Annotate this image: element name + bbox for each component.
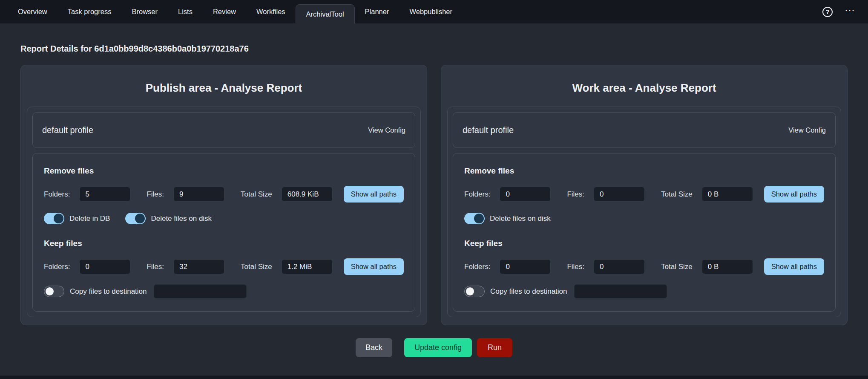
- copy-destination-input[interactable]: [574, 284, 667, 298]
- copy-destination-row: Copy files to destination: [44, 284, 404, 298]
- publish-panel-title: Publish area - Analyse Report: [27, 81, 421, 95]
- folders-label: Folders:: [464, 263, 490, 271]
- remove-files-heading: Remove files: [464, 166, 824, 176]
- delete-files-on-disk-toggle[interactable]: [464, 213, 485, 224]
- help-icon[interactable]: ?: [822, 7, 833, 17]
- files-label: Files:: [567, 190, 584, 199]
- footer-actions: Back Update config Run: [20, 338, 848, 357]
- publish-panel-body: default profile View Config Remove files…: [27, 107, 421, 317]
- update-config-button[interactable]: Update config: [404, 338, 472, 357]
- profile-name: default profile: [42, 125, 93, 135]
- keep-files-input[interactable]: [594, 259, 645, 274]
- publish-area-panel: Publish area - Analyse Report default pr…: [20, 65, 427, 325]
- copy-files-toggle[interactable]: [464, 286, 485, 297]
- tab-workfiles[interactable]: Workfiles: [246, 0, 296, 23]
- keep-files-row: Folders: Files: Total Size Show all path…: [44, 258, 404, 275]
- remove-total-size-input[interactable]: [282, 187, 333, 202]
- remove-files-input[interactable]: [594, 187, 645, 202]
- remove-toggles-row: Delete files on disk: [464, 213, 824, 224]
- remove-files-input[interactable]: [173, 187, 224, 202]
- total-size-label: Total Size: [241, 263, 272, 271]
- profile-card: default profile View Config: [32, 112, 415, 148]
- tab-browser[interactable]: Browser: [121, 0, 168, 23]
- copy-destination-row: Copy files to destination: [464, 284, 824, 298]
- remove-files-row: Folders: Files: Total Size Show all path…: [44, 186, 404, 203]
- keep-folders-input[interactable]: [79, 259, 130, 274]
- main-content: Report Details for 6d1a0bb99d8c4386b0a0b…: [0, 44, 868, 357]
- files-label: Files:: [567, 263, 584, 271]
- delete-in-db-toggle[interactable]: [44, 213, 64, 224]
- profile-card: default profile View Config: [453, 112, 836, 148]
- back-button[interactable]: Back: [356, 338, 392, 357]
- files-label: Files:: [147, 263, 164, 271]
- publish-sections-card: Remove files Folders: Files: Total Size …: [32, 153, 415, 312]
- total-size-label: Total Size: [241, 190, 272, 199]
- view-config-link[interactable]: View Config: [788, 126, 826, 134]
- folders-label: Folders:: [44, 190, 70, 199]
- files-label: Files:: [147, 190, 164, 199]
- delete-files-on-disk-toggle[interactable]: [125, 213, 146, 224]
- keep-total-size-input[interactable]: [282, 259, 333, 274]
- toggle-knob: [474, 214, 484, 223]
- keep-files-input[interactable]: [173, 259, 224, 274]
- remove-files-heading: Remove files: [44, 166, 404, 176]
- delete-files-on-disk-toggle-item: Delete files on disk: [125, 213, 212, 224]
- keep-files-heading: Keep files: [44, 239, 404, 248]
- toggle-knob: [46, 287, 54, 295]
- toggle-knob: [54, 214, 63, 223]
- profile-name: default profile: [463, 125, 514, 135]
- copy-files-label: Copy files to destination: [490, 287, 567, 296]
- folders-label: Folders:: [464, 190, 490, 199]
- remove-total-size-input[interactable]: [702, 187, 753, 202]
- work-panel-title: Work area - Analyse Report: [447, 81, 841, 95]
- total-size-label: Total Size: [661, 263, 693, 271]
- delete-files-on-disk-label: Delete files on disk: [151, 214, 212, 223]
- keep-files-heading: Keep files: [464, 239, 824, 248]
- remove-folders-input[interactable]: [79, 187, 130, 202]
- remove-show-all-paths-button[interactable]: Show all paths: [344, 186, 404, 203]
- tab-archivaltool[interactable]: ArchivalTool: [296, 4, 355, 23]
- total-size-label: Total Size: [661, 190, 693, 199]
- delete-in-db-toggle-item: Delete in DB: [44, 213, 110, 224]
- copy-files-toggle[interactable]: [44, 286, 64, 297]
- work-sections-card: Remove files Folders: Files: Total Size …: [453, 153, 836, 312]
- report-panels: Publish area - Analyse Report default pr…: [20, 65, 848, 325]
- remove-show-all-paths-button[interactable]: Show all paths: [764, 186, 824, 203]
- toggle-knob: [135, 214, 145, 223]
- work-panel-body: default profile View Config Remove files…: [447, 107, 841, 317]
- more-menu-icon[interactable]: ⋯: [845, 8, 855, 16]
- folders-label: Folders:: [44, 263, 70, 271]
- keep-show-all-paths-button[interactable]: Show all paths: [344, 258, 404, 275]
- keep-show-all-paths-button[interactable]: Show all paths: [764, 258, 824, 275]
- remove-folders-input[interactable]: [500, 187, 551, 202]
- tab-planner[interactable]: Planner: [355, 0, 400, 23]
- view-config-link[interactable]: View Config: [368, 126, 405, 134]
- navbar-right-actions: ? ⋯: [822, 0, 868, 23]
- tab-task-progress[interactable]: Task progress: [57, 0, 122, 23]
- run-button[interactable]: Run: [477, 338, 512, 357]
- keep-folders-input[interactable]: [500, 259, 551, 274]
- delete-files-on-disk-label: Delete files on disk: [490, 214, 551, 223]
- toggle-knob: [466, 287, 474, 295]
- keep-files-row: Folders: Files: Total Size Show all path…: [464, 258, 824, 275]
- remove-files-row: Folders: Files: Total Size Show all path…: [464, 186, 824, 203]
- top-navbar: Overview Task progress Browser Lists Rev…: [0, 0, 868, 23]
- tab-review[interactable]: Review: [203, 0, 246, 23]
- keep-total-size-input[interactable]: [702, 259, 753, 274]
- remove-toggles-row: Delete in DB Delete files on disk: [44, 213, 404, 224]
- work-area-panel: Work area - Analyse Report default profi…: [441, 65, 848, 325]
- tab-webpublisher[interactable]: Webpublisher: [399, 0, 463, 23]
- tab-overview[interactable]: Overview: [8, 0, 57, 23]
- delete-files-on-disk-toggle-item: Delete files on disk: [464, 213, 551, 224]
- copy-files-label: Copy files to destination: [70, 287, 147, 296]
- delete-in-db-label: Delete in DB: [69, 214, 110, 223]
- page-title: Report Details for 6d1a0bb99d8c4386b0a0b…: [20, 44, 848, 54]
- copy-destination-input[interactable]: [154, 284, 247, 298]
- bottom-strip: [0, 376, 868, 379]
- tab-lists[interactable]: Lists: [168, 0, 203, 23]
